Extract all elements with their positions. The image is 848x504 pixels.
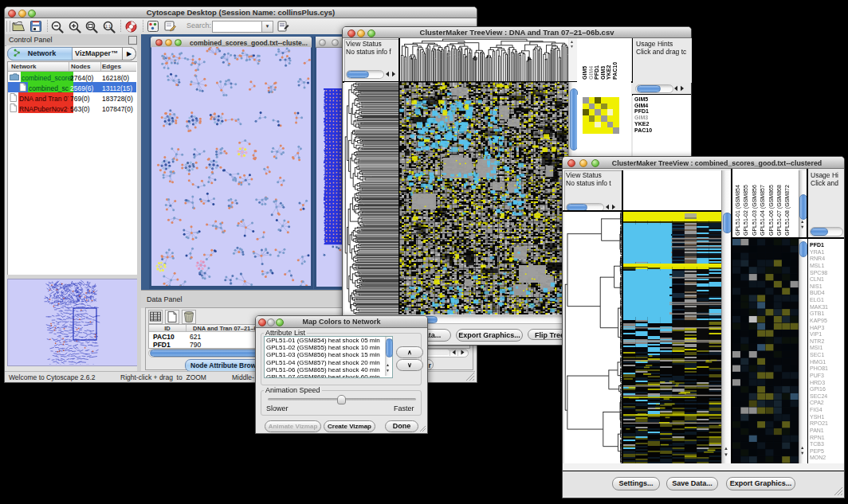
svg-text:1:1: 1:1	[105, 23, 111, 28]
